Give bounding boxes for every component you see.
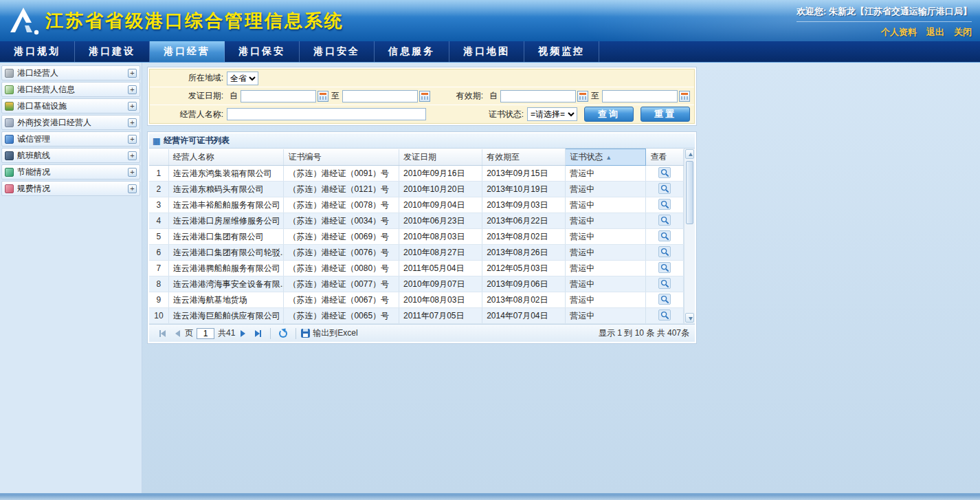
- validity-from-input[interactable]: [500, 90, 576, 102]
- sidebar: 港口经营人+港口经营人信息+港口基础设施+外商投资港口经营人+诚信管理+航班航线…: [0, 63, 142, 493]
- nav-tab-1[interactable]: 港口规划: [0, 41, 75, 62]
- operator-info-icon: [5, 85, 14, 94]
- sidebar-item-5[interactable]: 诚信管理+: [1, 131, 140, 146]
- refresh-icon: [279, 329, 287, 338]
- sidebar-item-2[interactable]: 港口经营人信息+: [1, 82, 140, 97]
- nav-tab-3[interactable]: 港口经营: [150, 41, 225, 62]
- refresh-button[interactable]: [277, 327, 289, 340]
- view-cell: [646, 308, 684, 324]
- export-excel-button[interactable]: 输出到Excel: [301, 327, 357, 339]
- region-select[interactable]: 全省: [227, 72, 258, 85]
- pagination-bar: 页 共41 输出到Excel 显示 1 到 10 条 共 407条: [149, 324, 695, 342]
- issue-date-from-input[interactable]: [241, 90, 316, 102]
- nav-tab-8[interactable]: 视频监控: [524, 41, 599, 62]
- operator-name-input[interactable]: [227, 108, 426, 120]
- nav-tab-4[interactable]: 港口保安: [225, 41, 300, 62]
- view-magnifier-icon[interactable]: [658, 246, 671, 257]
- issue-date-cell: 2010年06月23日: [399, 213, 482, 229]
- col-header-status[interactable]: 证书状态▲: [566, 149, 646, 166]
- first-page-button[interactable]: [156, 327, 168, 340]
- col-header-issue[interactable]: 发证日期: [399, 149, 482, 166]
- query-button[interactable]: 查询: [584, 107, 634, 122]
- expand-plus-icon[interactable]: +: [128, 151, 137, 160]
- row-number: 5: [149, 229, 168, 245]
- grid-panel: 经营许可证书列表 经营人名称 证书编号 发证: [147, 131, 697, 344]
- expand-plus-icon[interactable]: +: [128, 135, 137, 144]
- table-row: 8连云港港湾海事安全设备有限...（苏连）港经证（0077）号2010年09月0…: [149, 276, 684, 292]
- sidebar-item-3[interactable]: 港口基础设施+: [1, 98, 140, 113]
- calendar-icon[interactable]: [318, 91, 328, 102]
- view-magnifier-icon[interactable]: [658, 230, 671, 241]
- nav-tab-7[interactable]: 港口地图: [449, 41, 524, 62]
- scroll-up-icon[interactable]: [685, 149, 694, 159]
- view-magnifier-icon[interactable]: [658, 294, 671, 305]
- certificate-number-cell: （苏连）港经证（0091）号: [284, 166, 399, 182]
- scrollbar-thumb[interactable]: [686, 161, 693, 224]
- grid-title-bar: 经营许可证书列表: [149, 133, 695, 149]
- view-cell: [646, 292, 684, 308]
- expand-plus-icon[interactable]: +: [128, 184, 137, 193]
- nav-tab-6[interactable]: 信息服务: [375, 41, 449, 62]
- reset-button[interactable]: 重置: [641, 107, 690, 122]
- view-cell: [646, 166, 684, 182]
- validity-to-input[interactable]: [602, 90, 678, 102]
- header-link-2[interactable]: 退出: [926, 27, 944, 37]
- expand-plus-icon[interactable]: +: [128, 69, 137, 78]
- sidebar-item-label: 规费情况: [17, 183, 128, 195]
- sidebar-item-4[interactable]: 外商投资港口经营人+: [1, 115, 140, 130]
- calendar-icon[interactable]: [577, 91, 588, 102]
- col-header-valid[interactable]: 有效期至: [482, 149, 566, 166]
- sidebar-item-1[interactable]: 港口经营人+: [1, 65, 140, 80]
- operator-name-cell: 连云港港腾船舶服务有限公司: [168, 261, 284, 276]
- status-select[interactable]: =请选择=: [527, 107, 577, 121]
- view-magnifier-icon[interactable]: [658, 199, 671, 210]
- valid-until-cell: 2013年09月06日: [482, 276, 566, 292]
- next-page-button[interactable]: [236, 327, 249, 340]
- certificate-number-cell: （苏连）港经证（0069）号: [284, 229, 399, 245]
- status-cell: 营运中: [566, 166, 646, 182]
- valid-until-cell: 2013年08月02日: [482, 292, 566, 308]
- view-magnifier-icon[interactable]: [658, 183, 671, 194]
- view-magnifier-icon[interactable]: [658, 309, 671, 320]
- scroll-down-icon[interactable]: [685, 313, 694, 323]
- calendar-icon[interactable]: [419, 91, 430, 102]
- vertical-scrollbar[interactable]: [684, 149, 695, 324]
- issue-date-to-input[interactable]: [342, 90, 418, 102]
- table-row: 4连云港港口房屋维修服务公司（苏连）港经证（0034）号2010年06月23日2…: [149, 213, 684, 229]
- issue-date-cell: 2010年08月03日: [399, 292, 482, 308]
- nav-tab-5[interactable]: 港口安全: [300, 41, 375, 62]
- expand-plus-icon[interactable]: +: [128, 85, 137, 94]
- certificate-number-cell: （苏连）港经证（0121）号: [284, 182, 399, 197]
- validity-label: 有效期:: [433, 90, 487, 102]
- expand-plus-icon[interactable]: +: [128, 102, 137, 111]
- view-magnifier-icon[interactable]: [658, 215, 671, 226]
- col-header-cert[interactable]: 证书编号: [284, 149, 399, 166]
- issue-date-cell: 2010年09月16日: [399, 166, 482, 182]
- welcome-text: 欢迎您: 朱新龙【江苏省交通运输厅港口局】: [797, 6, 972, 22]
- sidebar-item-8[interactable]: 规费情况+: [1, 181, 140, 196]
- last-page-button[interactable]: [252, 327, 264, 340]
- col-header-name[interactable]: 经营人名称: [168, 149, 284, 166]
- prev-page-button[interactable]: [171, 327, 183, 340]
- sidebar-item-label: 航班航线: [17, 150, 128, 162]
- calendar-icon[interactable]: [679, 91, 690, 102]
- valid-until-cell: 2013年08月26日: [482, 245, 566, 261]
- sidebar-item-label: 港口基础设施: [17, 100, 128, 112]
- sidebar-item-6[interactable]: 航班航线+: [1, 148, 140, 163]
- total-pages-label: 共41: [218, 327, 235, 339]
- issue-date-cell: 2011年07月05日: [399, 308, 482, 324]
- view-magnifier-icon[interactable]: [658, 262, 671, 273]
- view-magnifier-icon[interactable]: [658, 278, 671, 289]
- page-number-input[interactable]: [197, 328, 214, 339]
- view-cell: [646, 245, 684, 261]
- nav-tab-2[interactable]: 港口建设: [75, 41, 150, 62]
- expand-plus-icon[interactable]: +: [128, 118, 137, 127]
- expand-plus-icon[interactable]: +: [128, 168, 137, 177]
- certificate-number-cell: （苏连）港经证（0065）号: [284, 308, 399, 324]
- header-link-1[interactable]: 个人资料: [881, 27, 917, 37]
- certificate-number-cell: （苏连）港经证（0067）号: [284, 292, 399, 308]
- header-link-3[interactable]: 关闭: [954, 27, 972, 37]
- sidebar-item-7[interactable]: 节能情况+: [1, 164, 140, 180]
- view-magnifier-icon[interactable]: [658, 167, 671, 178]
- col-header-rownum: [149, 149, 168, 166]
